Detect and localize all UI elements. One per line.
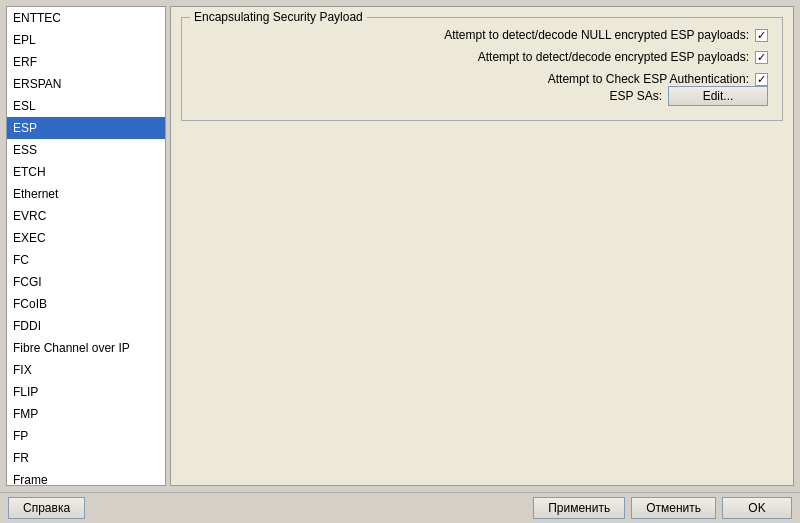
- checkbox-row-2: Attempt to Check ESP Authentication:: [196, 72, 768, 86]
- list-item[interactable]: Fibre Channel over IP: [7, 337, 165, 359]
- checkbox-control-1: [755, 51, 768, 64]
- list-item[interactable]: ESS: [7, 139, 165, 161]
- list-item[interactable]: Ethernet: [7, 183, 165, 205]
- list-item[interactable]: ESP: [7, 117, 165, 139]
- list-item[interactable]: EXEC: [7, 227, 165, 249]
- protocol-list[interactable]: ENTTECEPLERFERSPANESLESPESSETCHEthernetE…: [6, 6, 166, 486]
- cancel-button[interactable]: Отменить: [631, 497, 716, 519]
- list-item[interactable]: ERF: [7, 51, 165, 73]
- checkbox-control-2: [755, 73, 768, 86]
- help-button[interactable]: Справка: [8, 497, 85, 519]
- checkbox-1[interactable]: [755, 51, 768, 64]
- ok-button[interactable]: OK: [722, 497, 792, 519]
- esp-sas-label: ESP SAs:: [196, 89, 668, 103]
- settings-panel: Encapsulating Security Payload Attempt t…: [170, 6, 794, 486]
- checkbox-label-1: Attempt to detect/decode encrypted ESP p…: [196, 50, 755, 64]
- checkbox-row-1: Attempt to detect/decode encrypted ESP p…: [196, 50, 768, 64]
- list-item[interactable]: FP: [7, 425, 165, 447]
- list-item[interactable]: FCoIB: [7, 293, 165, 315]
- checkbox-2[interactable]: [755, 73, 768, 86]
- list-item[interactable]: FC: [7, 249, 165, 271]
- list-item[interactable]: ETCH: [7, 161, 165, 183]
- list-item[interactable]: FDDI: [7, 315, 165, 337]
- group-box-title: Encapsulating Security Payload: [190, 10, 367, 24]
- esp-group-box: Encapsulating Security Payload Attempt t…: [181, 17, 783, 121]
- esp-sas-control: Edit...: [668, 86, 768, 106]
- bottom-bar-left: Справка: [8, 497, 85, 519]
- esp-sas-row: ESP SAs: Edit...: [196, 86, 768, 106]
- list-item[interactable]: ESL: [7, 95, 165, 117]
- list-item[interactable]: ENTTEC: [7, 7, 165, 29]
- checkbox-control-0: [755, 29, 768, 42]
- list-item[interactable]: Frame: [7, 469, 165, 486]
- checkbox-row-0: Attempt to detect/decode NULL encrypted …: [196, 28, 768, 42]
- list-item[interactable]: FCGI: [7, 271, 165, 293]
- list-item[interactable]: EVRC: [7, 205, 165, 227]
- apply-button[interactable]: Применить: [533, 497, 625, 519]
- checkbox-0[interactable]: [755, 29, 768, 42]
- list-item[interactable]: FLIP: [7, 381, 165, 403]
- list-item[interactable]: FR: [7, 447, 165, 469]
- list-item[interactable]: EPL: [7, 29, 165, 51]
- checkbox-label-2: Attempt to Check ESP Authentication:: [196, 72, 755, 86]
- list-item[interactable]: FMP: [7, 403, 165, 425]
- edit-button[interactable]: Edit...: [668, 86, 768, 106]
- list-item[interactable]: ERSPAN: [7, 73, 165, 95]
- list-item[interactable]: FIX: [7, 359, 165, 381]
- bottom-bar: Справка Применить Отменить OK: [0, 492, 800, 523]
- checkbox-label-0: Attempt to detect/decode NULL encrypted …: [196, 28, 755, 42]
